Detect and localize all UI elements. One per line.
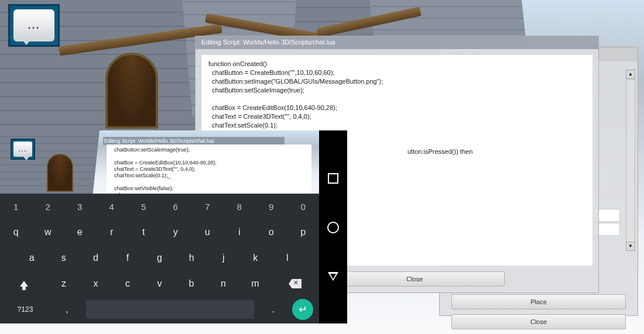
castle-door-mini bbox=[47, 154, 73, 192]
back-button[interactable] bbox=[328, 272, 338, 281]
key-w[interactable]: w bbox=[32, 219, 64, 245]
key-1[interactable]: 1 bbox=[0, 194, 32, 219]
key-o[interactable]: o bbox=[255, 219, 287, 245]
key-backspace[interactable] bbox=[271, 271, 319, 297]
key-0[interactable]: 0 bbox=[287, 194, 320, 219]
key-7[interactable]: 7 bbox=[191, 194, 224, 219]
key-q[interactable]: q bbox=[0, 219, 32, 245]
key-s[interactable]: s bbox=[48, 245, 80, 271]
key-t[interactable]: t bbox=[128, 219, 160, 245]
key-y[interactable]: y bbox=[160, 219, 192, 245]
script-editor-close-button[interactable]: Close bbox=[324, 271, 505, 287]
script-editor-titlebar-mini[interactable]: Editing Script: Worlds/Hello 3D/Scripts/… bbox=[103, 137, 285, 145]
key-6[interactable]: 6 bbox=[160, 194, 192, 219]
key-a[interactable]: a bbox=[16, 245, 48, 271]
script-code-editor-mini[interactable]: chatButton:setScaleImage(true); chatBox … bbox=[107, 144, 311, 194]
key-b[interactable]: b bbox=[176, 271, 208, 297]
scroll-up-button[interactable]: ▲ bbox=[626, 70, 635, 79]
castle-door bbox=[105, 53, 158, 129]
key-f[interactable]: f bbox=[112, 245, 144, 271]
key-v[interactable]: v bbox=[143, 271, 176, 297]
key-3[interactable]: 3 bbox=[64, 194, 96, 219]
key-space[interactable] bbox=[86, 300, 254, 319]
home-button[interactable] bbox=[327, 222, 339, 233]
key-g[interactable]: g bbox=[143, 245, 176, 271]
key-i[interactable]: i bbox=[224, 219, 256, 245]
key-n[interactable]: n bbox=[207, 271, 239, 297]
key-z[interactable]: z bbox=[48, 271, 80, 297]
key-c[interactable]: c bbox=[112, 271, 144, 297]
message-button-mini[interactable]: ... bbox=[11, 139, 35, 160]
key-comma[interactable]: , bbox=[50, 297, 84, 322]
key-x[interactable]: x bbox=[80, 271, 112, 297]
key-period[interactable]: . bbox=[256, 297, 290, 322]
speech-bubble-icon: ... bbox=[13, 9, 54, 42]
key-u[interactable]: u bbox=[191, 219, 224, 245]
backspace-icon bbox=[289, 279, 302, 288]
recents-button[interactable] bbox=[328, 173, 338, 184]
mobile-device-overlay: ... Editing Script: Worlds/Hello 3D/Scri… bbox=[0, 130, 347, 323]
script-editor-titlebar[interactable]: Editing Script: Worlds/Hello 3D/Scripts/… bbox=[196, 36, 598, 49]
shift-icon bbox=[20, 281, 28, 287]
key-enter[interactable]: ↵ bbox=[292, 299, 313, 320]
key-9[interactable]: 9 bbox=[255, 194, 287, 219]
speech-bubble-icon: ... bbox=[13, 142, 32, 157]
key-4[interactable]: 4 bbox=[96, 194, 128, 219]
enter-icon: ↵ bbox=[299, 303, 307, 316]
onscreen-keyboard: 1 2 3 4 5 6 7 8 9 0 q w e r t y u i o p … bbox=[0, 194, 319, 323]
message-button[interactable]: ... bbox=[8, 4, 60, 47]
place-button[interactable]: Place bbox=[451, 294, 626, 309]
key-e[interactable]: e bbox=[64, 219, 96, 245]
key-5[interactable]: 5 bbox=[128, 194, 160, 219]
key-d[interactable]: d bbox=[80, 245, 112, 271]
scrollbar[interactable] bbox=[626, 79, 635, 243]
android-navbar bbox=[319, 130, 347, 323]
key-h[interactable]: h bbox=[176, 245, 208, 271]
object-editor-close-button[interactable]: Close bbox=[451, 314, 626, 329]
key-l[interactable]: l bbox=[272, 245, 304, 271]
scroll-down-button[interactable]: ▼ bbox=[626, 242, 635, 251]
key-symbols[interactable]: ?123 bbox=[0, 297, 50, 322]
key-p[interactable]: p bbox=[287, 219, 320, 245]
key-k[interactable]: k bbox=[239, 245, 272, 271]
key-m[interactable]: m bbox=[239, 271, 272, 297]
key-j[interactable]: j bbox=[207, 245, 239, 271]
key-8[interactable]: 8 bbox=[224, 194, 256, 219]
key-r[interactable]: r bbox=[96, 219, 128, 245]
key-2[interactable]: 2 bbox=[32, 194, 64, 219]
key-shift[interactable] bbox=[0, 271, 48, 297]
